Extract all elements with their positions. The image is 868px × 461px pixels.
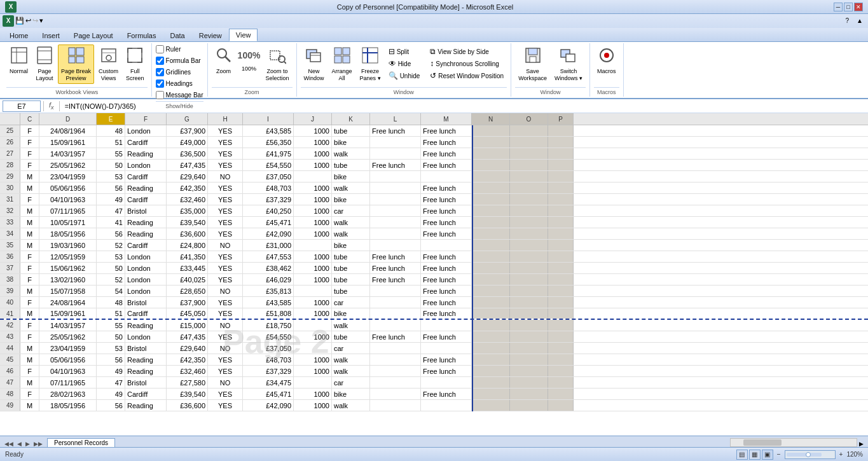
cell-D[interactable]: 07/11/1965 bbox=[39, 377, 97, 388]
full-screen-btn[interactable]: Full Screen bbox=[123, 45, 148, 84]
cell-E[interactable]: 55 bbox=[97, 148, 125, 159]
cell-D[interactable]: 15/09/1961 bbox=[39, 137, 97, 148]
cell-L[interactable] bbox=[370, 217, 421, 228]
close-btn[interactable]: ✕ bbox=[854, 3, 863, 11]
window-controls[interactable]: ─ □ ✕ bbox=[834, 3, 863, 11]
cell-C[interactable]: F bbox=[20, 251, 39, 262]
cell-L[interactable] bbox=[370, 354, 421, 365]
cell-L[interactable]: Free lunch bbox=[370, 263, 421, 273]
cell-H[interactable]: YES bbox=[208, 366, 243, 376]
cell-K[interactable]: car bbox=[332, 205, 370, 216]
cell-H[interactable]: YES bbox=[208, 274, 243, 285]
cell-M[interactable] bbox=[421, 343, 472, 354]
cell-P[interactable] bbox=[548, 182, 574, 193]
cell-C[interactable]: M bbox=[20, 308, 39, 319]
cell-D[interactable]: 25/05/1962 bbox=[39, 331, 97, 342]
cell-P[interactable] bbox=[548, 400, 574, 411]
cell-N[interactable] bbox=[472, 331, 510, 342]
cell-G[interactable]: £40,025 bbox=[167, 274, 208, 285]
cell-P[interactable] bbox=[548, 354, 574, 365]
zoom-minus-btn[interactable]: − bbox=[776, 451, 782, 458]
cell-C[interactable]: F bbox=[20, 297, 39, 308]
tab-next-btn[interactable]: ▶ bbox=[24, 441, 32, 447]
cell-F[interactable]: Reading bbox=[125, 366, 167, 376]
cell-L[interactable] bbox=[370, 148, 421, 159]
cell-H[interactable]: YES bbox=[208, 331, 243, 342]
cell-E[interactable]: 49 bbox=[97, 366, 125, 376]
page-layout-btn[interactable]: Page Layout bbox=[32, 45, 57, 84]
cell-G[interactable]: £36,500 bbox=[167, 148, 208, 159]
cell-K[interactable]: walk bbox=[332, 366, 370, 376]
cell-K[interactable]: walk bbox=[332, 320, 370, 331]
cell-J[interactable]: 1000 bbox=[294, 160, 332, 170]
cell-G[interactable]: £47,435 bbox=[167, 331, 208, 342]
cell-C[interactable]: M bbox=[20, 286, 39, 296]
cell-I[interactable]: £56,350 bbox=[243, 137, 294, 148]
tab-data[interactable]: Data bbox=[163, 29, 191, 41]
message-bar-checkbox-row[interactable]: Message Bar bbox=[156, 90, 203, 100]
arrange-all-btn[interactable]: Arrange All bbox=[329, 45, 355, 84]
cell-G[interactable]: £15,000 bbox=[167, 320, 208, 331]
switch-windows-btn[interactable]: SwitchWindows ▾ bbox=[551, 45, 586, 84]
cell-E[interactable]: 56 bbox=[97, 400, 125, 411]
cell-N[interactable] bbox=[472, 125, 510, 136]
cell-K[interactable]: tube bbox=[332, 286, 370, 296]
cell-E[interactable]: 41 bbox=[97, 217, 125, 228]
cell-P[interactable] bbox=[548, 343, 574, 354]
cell-J[interactable]: 1000 bbox=[294, 389, 332, 399]
cell-H[interactable]: YES bbox=[208, 194, 243, 205]
normal-btn[interactable]: Normal bbox=[6, 45, 31, 77]
cell-P[interactable] bbox=[548, 274, 574, 285]
cell-M[interactable] bbox=[421, 320, 472, 331]
cell-J[interactable]: 1000 bbox=[294, 400, 332, 411]
view-side-by-side-btn[interactable]: ⧉ View Side by Side bbox=[427, 46, 507, 57]
cell-P[interactable] bbox=[548, 137, 574, 148]
undo-qa[interactable]: ↩ bbox=[25, 17, 31, 25]
cell-C[interactable]: M bbox=[20, 205, 39, 216]
cell-J[interactable]: 1000 bbox=[294, 182, 332, 193]
cell-N[interactable] bbox=[472, 205, 510, 216]
cell-D[interactable]: 14/03/1957 bbox=[39, 148, 97, 159]
cell-D[interactable]: 04/10/1963 bbox=[39, 366, 97, 376]
cell-F[interactable]: Reading bbox=[125, 320, 167, 331]
cell-P[interactable] bbox=[548, 148, 574, 159]
cell-H[interactable]: YES bbox=[208, 308, 243, 319]
cell-L[interactable] bbox=[370, 240, 421, 251]
page-layout-view-icon[interactable]: ▦ bbox=[749, 450, 761, 460]
cell-N[interactable] bbox=[472, 366, 510, 376]
custom-views-btn[interactable]: Custom Views bbox=[95, 45, 121, 84]
cell-D[interactable]: 15/07/1958 bbox=[39, 286, 97, 296]
col-header-F[interactable]: F bbox=[125, 113, 167, 125]
cell-N[interactable] bbox=[472, 389, 510, 399]
cell-K[interactable]: walk bbox=[332, 217, 370, 228]
cell-F[interactable]: Reading bbox=[125, 217, 167, 228]
cell-J[interactable]: 1000 bbox=[294, 366, 332, 376]
cell-D[interactable]: 12/05/1959 bbox=[39, 251, 97, 262]
cell-H[interactable]: YES bbox=[208, 228, 243, 239]
cell-E[interactable]: 50 bbox=[97, 263, 125, 273]
cell-H[interactable]: YES bbox=[208, 182, 243, 193]
headings-checkbox[interactable] bbox=[156, 79, 164, 88]
cell-C[interactable]: M bbox=[20, 240, 39, 251]
cell-D[interactable]: 05/06/1956 bbox=[39, 354, 97, 365]
cell-D[interactable]: 15/09/1961 bbox=[39, 308, 97, 319]
cell-N[interactable] bbox=[472, 228, 510, 239]
cell-C[interactable]: F bbox=[20, 263, 39, 273]
cell-M[interactable]: Free lunch bbox=[421, 251, 472, 262]
cell-C[interactable]: F bbox=[20, 125, 39, 136]
cell-I[interactable]: £34,475 bbox=[243, 377, 294, 388]
cell-E[interactable]: 56 bbox=[97, 228, 125, 239]
cell-C[interactable]: F bbox=[20, 389, 39, 399]
cell-K[interactable]: walk bbox=[332, 148, 370, 159]
qa-more[interactable]: ▾ bbox=[39, 17, 43, 25]
cell-L[interactable] bbox=[370, 400, 421, 411]
cell-G[interactable]: £33,445 bbox=[167, 263, 208, 273]
formula-bar-checkbox[interactable] bbox=[156, 57, 164, 65]
cell-G[interactable]: £42,350 bbox=[167, 354, 208, 365]
cell-C[interactable]: F bbox=[20, 148, 39, 159]
cell-P[interactable] bbox=[548, 308, 574, 319]
cell-P[interactable] bbox=[548, 366, 574, 376]
cell-F[interactable]: Reading bbox=[125, 400, 167, 411]
cell-K[interactable]: tube bbox=[332, 274, 370, 285]
cell-G[interactable]: £39,540 bbox=[167, 217, 208, 228]
